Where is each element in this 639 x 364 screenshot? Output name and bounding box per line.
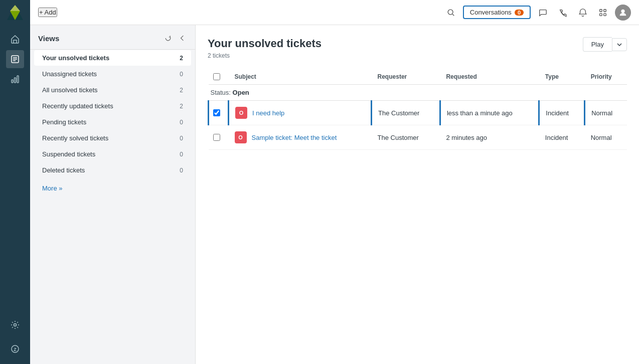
sidebar-title: Views	[38, 34, 59, 43]
search-button[interactable]	[443, 5, 459, 21]
sidebar: Views Your unsolved tickets 2	[30, 25, 196, 364]
status-value: Open	[233, 89, 249, 96]
select-all-checkbox[interactable]	[213, 73, 220, 80]
table-row[interactable]: O I need help The Customer less than a m…	[209, 101, 627, 125]
ticket-priority: Normal	[585, 125, 627, 150]
sidebar-item-count: 0	[180, 135, 183, 142]
ticket-checkbox[interactable]	[213, 134, 220, 141]
sidebar-item-count: 0	[180, 71, 183, 78]
svg-point-9	[448, 10, 453, 15]
conversations-badge: 0	[515, 10, 524, 16]
ticket-count: 2 tickets	[208, 52, 322, 59]
ticket-requester: The Customer	[372, 125, 440, 150]
svg-point-15	[621, 9, 624, 13]
collapse-sidebar-icon[interactable]	[177, 33, 187, 43]
logo[interactable]	[6, 4, 24, 22]
svg-point-7	[14, 324, 17, 326]
ticket-subject[interactable]: Sample ticket: Meet the ticket	[252, 134, 337, 141]
sidebar-item-label: Your unsolved tickets	[42, 54, 109, 62]
sidebar-item-deleted[interactable]: Deleted tickets 0	[34, 162, 191, 178]
svg-text:Z: Z	[14, 347, 17, 352]
topbar: + Add Conversations 0	[30, 0, 639, 25]
sidebar-item-unassigned[interactable]: Unassigned tickets 0	[34, 66, 191, 82]
requested-column-header: Requested	[440, 69, 539, 85]
notifications-icon-button[interactable]	[575, 5, 591, 21]
ticket-type: Incident	[539, 125, 585, 150]
svg-line-10	[452, 14, 454, 16]
sidebar-item-count: 2	[180, 87, 183, 94]
sidebar-item-recently-updated[interactable]: Recently updated tickets 2	[34, 98, 191, 114]
table-row[interactable]: O Sample ticket: Meet the ticket The Cus…	[209, 125, 627, 150]
ticket-checkbox-cell	[209, 125, 229, 150]
svg-rect-14	[604, 13, 606, 16]
phone-icon-button[interactable]	[555, 5, 571, 21]
content-actions: Play	[583, 37, 627, 52]
ticket-requested-time: less than a minute ago	[440, 101, 539, 125]
home-nav-icon[interactable]	[6, 30, 24, 48]
conversations-button[interactable]: Conversations 0	[463, 6, 531, 19]
content-area: Your unsolved tickets 2 tickets Play	[196, 25, 639, 364]
sidebar-item-recently-solved[interactable]: Recently solved tickets 0	[34, 130, 191, 146]
tickets-table: Subject Requester Requested Type Priorit…	[208, 69, 627, 150]
sidebar-item-your-unsolved[interactable]: Your unsolved tickets 2	[34, 50, 191, 66]
play-dropdown-button[interactable]	[612, 38, 627, 51]
ticket-subject[interactable]: I need help	[252, 109, 284, 117]
tickets-body: O I need help The Customer less than a m…	[209, 101, 627, 150]
svg-rect-4	[12, 80, 13, 83]
sidebar-item-label: Recently solved tickets	[42, 134, 108, 142]
svg-rect-13	[600, 13, 602, 16]
subject-column-header: Subject	[229, 69, 372, 85]
ticket-requester: The Customer	[372, 101, 440, 125]
chat-icon-button[interactable]	[535, 5, 551, 21]
sidebar-item-label: Recently updated tickets	[42, 102, 113, 110]
ticket-type-icon: O	[235, 107, 247, 119]
play-button[interactable]: Play	[583, 37, 612, 52]
type-column-header: Type	[539, 69, 585, 85]
left-rail: Z	[0, 0, 30, 364]
content-title-block: Your unsolved tickets 2 tickets	[208, 37, 322, 59]
sidebar-item-pending[interactable]: Pending tickets 0	[34, 114, 191, 130]
tickets-nav-icon[interactable]	[6, 50, 24, 68]
svg-rect-12	[604, 9, 606, 12]
sidebar-item-suspended[interactable]: Suspended tickets 0	[34, 146, 191, 162]
sidebar-item-label: All unsolved tickets	[42, 86, 98, 94]
priority-column-header: Priority	[585, 69, 627, 85]
user-avatar[interactable]	[615, 5, 631, 21]
select-all-header	[209, 69, 229, 85]
conversations-label: Conversations	[470, 9, 512, 16]
sidebar-item-count: 0	[180, 119, 183, 126]
reporting-nav-icon[interactable]	[6, 70, 24, 88]
sidebar-item-label: Pending tickets	[42, 118, 86, 126]
sidebar-item-label: Deleted tickets	[42, 166, 85, 174]
sidebar-item-count: 2	[180, 103, 183, 110]
sidebar-actions	[163, 33, 187, 43]
sidebar-item-count: 0	[180, 167, 183, 174]
sidebar-item-all-unsolved[interactable]: All unsolved tickets 2	[34, 82, 191, 98]
ticket-subject-cell: O Sample ticket: Meet the ticket	[229, 125, 372, 150]
sidebar-more-link[interactable]: More »	[30, 178, 195, 198]
svg-rect-6	[17, 76, 19, 83]
settings-nav-icon[interactable]	[6, 316, 24, 334]
ticket-priority: Normal	[585, 101, 627, 125]
ticket-type-icon: O	[235, 131, 247, 143]
requester-column-header: Requester	[372, 69, 440, 85]
sidebar-items-list: Your unsolved tickets 2 Unassigned ticke…	[30, 50, 195, 178]
sidebar-item-count: 2	[180, 55, 183, 62]
refresh-icon[interactable]	[163, 33, 173, 43]
content-header: Your unsolved tickets 2 tickets Play	[208, 37, 627, 59]
zendesk-nav-icon[interactable]: Z	[6, 340, 24, 358]
status-label: Status:	[211, 89, 233, 96]
ticket-requested-time: 2 minutes ago	[440, 125, 539, 150]
sidebar-item-label: Suspended tickets	[42, 150, 95, 158]
apps-icon-button[interactable]	[595, 5, 611, 21]
table-header: Subject Requester Requested Type Priorit…	[209, 69, 627, 101]
sidebar-item-count: 0	[180, 151, 183, 158]
ticket-type: Incident	[539, 101, 585, 125]
svg-rect-11	[600, 9, 602, 12]
topbar-actions: Conversations 0	[443, 5, 631, 21]
ticket-checkbox-cell	[209, 101, 229, 125]
ticket-checkbox[interactable]	[213, 109, 220, 116]
add-button[interactable]: + Add	[38, 8, 57, 17]
ticket-subject-cell: O I need help	[229, 101, 372, 125]
main-layout: Views Your unsolved tickets 2	[30, 25, 639, 364]
